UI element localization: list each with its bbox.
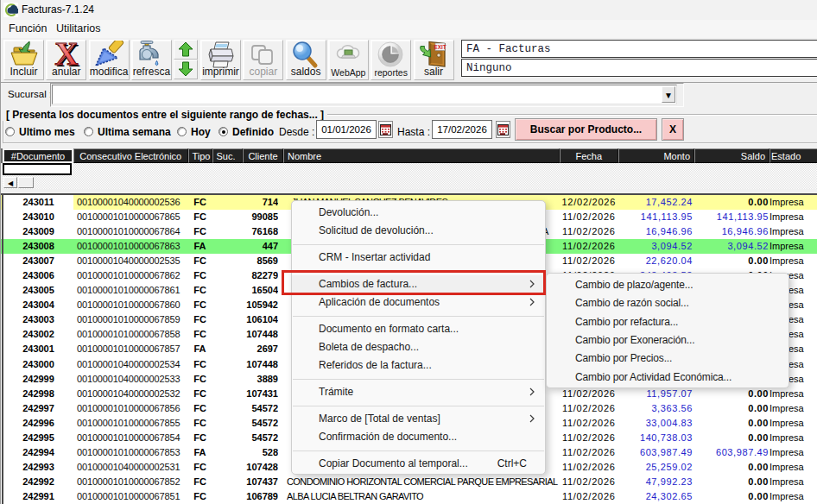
- svg-text:EXIT: EXIT: [434, 44, 446, 50]
